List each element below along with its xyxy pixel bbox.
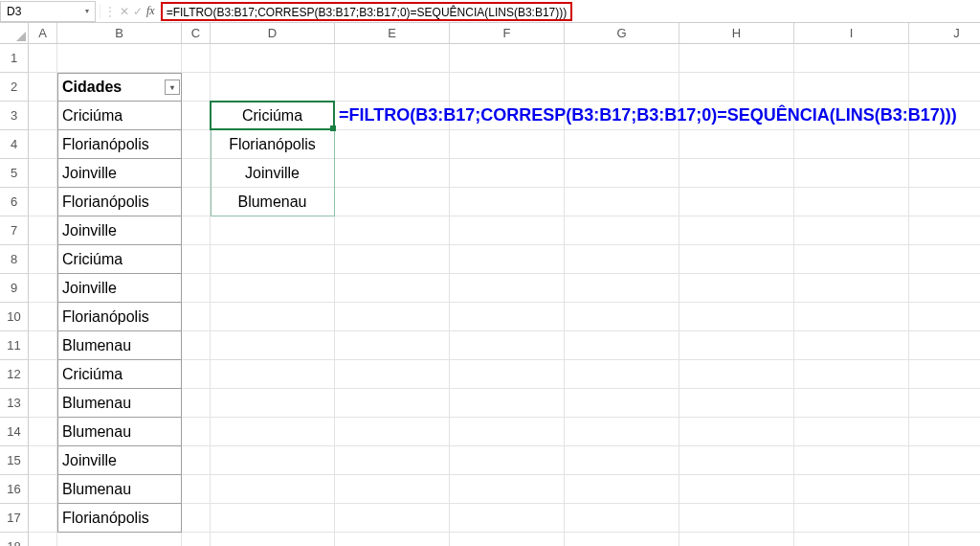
cell-H4[interactable]: [679, 130, 794, 159]
cell-B17[interactable]: Florianópolis: [57, 504, 182, 533]
cell-I2[interactable]: [794, 73, 909, 102]
cell-F11[interactable]: [450, 331, 565, 360]
cell-D16[interactable]: [211, 475, 335, 504]
cell-J2[interactable]: [909, 73, 980, 102]
cell-G8[interactable]: [565, 245, 679, 274]
cell-J15[interactable]: [909, 446, 980, 475]
cell-B1[interactable]: [57, 44, 182, 73]
cell-A18[interactable]: [29, 533, 57, 546]
cell-C5[interactable]: [182, 159, 211, 188]
cell-H9[interactable]: [679, 274, 794, 303]
cell-A10[interactable]: [29, 303, 57, 331]
cell-E11[interactable]: [335, 331, 450, 360]
col-header-E[interactable]: E: [335, 23, 450, 44]
cell-E17[interactable]: [335, 504, 450, 533]
cell-B15[interactable]: Joinville: [57, 446, 182, 475]
cell-F4[interactable]: [450, 130, 565, 159]
cell-J16[interactable]: [909, 475, 980, 504]
cell-G4[interactable]: [565, 130, 679, 159]
col-header-J[interactable]: J: [909, 23, 980, 44]
cell-H8[interactable]: [679, 245, 794, 274]
cell-G9[interactable]: [565, 274, 679, 303]
cell-J8[interactable]: [909, 245, 980, 274]
col-header-A[interactable]: A: [29, 23, 57, 44]
cell-D4[interactable]: Florianópolis: [211, 130, 335, 159]
cell-J6[interactable]: [909, 188, 980, 216]
cell-D14[interactable]: [211, 418, 335, 446]
cell-H6[interactable]: [679, 188, 794, 216]
row-header-12[interactable]: 12: [0, 360, 29, 389]
row-header-6[interactable]: 6: [0, 188, 29, 216]
cell-H15[interactable]: [679, 446, 794, 475]
cell-G15[interactable]: [565, 446, 679, 475]
cell-B6[interactable]: Florianópolis: [57, 188, 182, 216]
cell-D15[interactable]: [211, 446, 335, 475]
cell-B13[interactable]: Blumenau: [57, 389, 182, 418]
cell-F10[interactable]: [450, 303, 565, 331]
cell-I14[interactable]: [794, 418, 909, 446]
cell-C11[interactable]: [182, 331, 211, 360]
cell-A7[interactable]: [29, 216, 57, 245]
cell-I15[interactable]: [794, 446, 909, 475]
cell-I16[interactable]: [794, 475, 909, 504]
cell-D7[interactable]: [211, 216, 335, 245]
row-header-1[interactable]: 1: [0, 44, 29, 73]
cell-I5[interactable]: [794, 159, 909, 188]
cell-H1[interactable]: [679, 44, 794, 73]
cell-H17[interactable]: [679, 504, 794, 533]
cell-A17[interactable]: [29, 504, 57, 533]
cell-G1[interactable]: [565, 44, 679, 73]
cell-A13[interactable]: [29, 389, 57, 418]
cell-G18[interactable]: [565, 533, 679, 546]
cell-C18[interactable]: [182, 533, 211, 546]
cell-C15[interactable]: [182, 446, 211, 475]
cell-I7[interactable]: [794, 216, 909, 245]
cell-E9[interactable]: [335, 274, 450, 303]
cell-A6[interactable]: [29, 188, 57, 216]
row-header-18[interactable]: 18: [0, 533, 29, 546]
cell-J5[interactable]: [909, 159, 980, 188]
cell-I4[interactable]: [794, 130, 909, 159]
col-header-H[interactable]: H: [679, 23, 794, 44]
row-header-9[interactable]: 9: [0, 274, 29, 303]
cell-F17[interactable]: [450, 504, 565, 533]
cell-D1[interactable]: [211, 44, 335, 73]
cell-E16[interactable]: [335, 475, 450, 504]
cell-J4[interactable]: [909, 130, 980, 159]
cell-G2[interactable]: [565, 73, 679, 102]
cell-D3[interactable]: Criciúma: [211, 102, 335, 130]
cell-D11[interactable]: [211, 331, 335, 360]
cell-J14[interactable]: [909, 418, 980, 446]
cell-C8[interactable]: [182, 245, 211, 274]
cell-D8[interactable]: [211, 245, 335, 274]
cell-E7[interactable]: [335, 216, 450, 245]
cell-A16[interactable]: [29, 475, 57, 504]
row-header-8[interactable]: 8: [0, 245, 29, 274]
cell-I8[interactable]: [794, 245, 909, 274]
cell-F6[interactable]: [450, 188, 565, 216]
cell-D12[interactable]: [211, 360, 335, 389]
cell-B5[interactable]: Joinville: [57, 159, 182, 188]
cell-J1[interactable]: [909, 44, 980, 73]
cell-I18[interactable]: [794, 533, 909, 546]
filter-dropdown-icon[interactable]: ▾: [165, 80, 180, 95]
cell-G12[interactable]: [565, 360, 679, 389]
cell-E8[interactable]: [335, 245, 450, 274]
cell-C12[interactable]: [182, 360, 211, 389]
cell-H12[interactable]: [679, 360, 794, 389]
cell-I13[interactable]: [794, 389, 909, 418]
cell-H2[interactable]: [679, 73, 794, 102]
cell-J13[interactable]: [909, 389, 980, 418]
cell-J9[interactable]: [909, 274, 980, 303]
cell-H14[interactable]: [679, 418, 794, 446]
cell-I11[interactable]: [794, 331, 909, 360]
cell-I17[interactable]: [794, 504, 909, 533]
cell-B10[interactable]: Florianópolis: [57, 303, 182, 331]
cell-E15[interactable]: [335, 446, 450, 475]
cell-J18[interactable]: [909, 533, 980, 546]
cell-B16[interactable]: Blumenau: [57, 475, 182, 504]
cell-A2[interactable]: [29, 73, 57, 102]
row-header-4[interactable]: 4: [0, 130, 29, 159]
cell-C17[interactable]: [182, 504, 211, 533]
cell-B11[interactable]: Blumenau: [57, 331, 182, 360]
